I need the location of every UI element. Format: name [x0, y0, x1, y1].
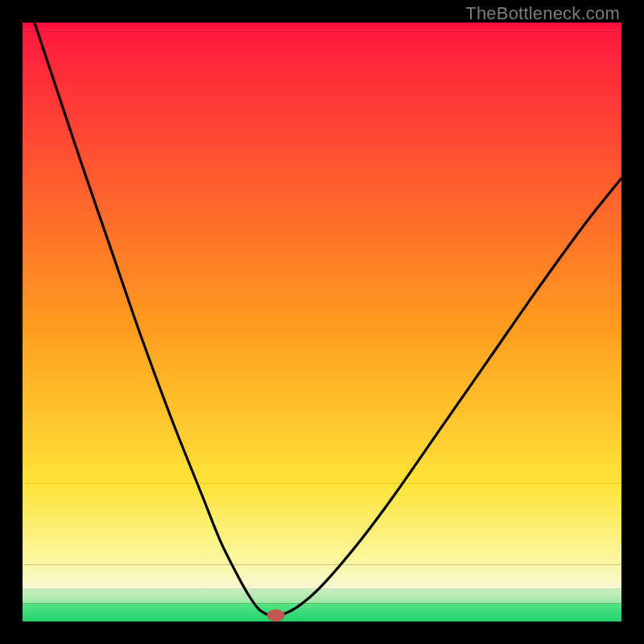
band-yellow-pale	[23, 484, 621, 564]
band-pale-green	[23, 588, 621, 604]
plot-frame	[23, 23, 621, 621]
band-orange-yellow	[23, 322, 621, 484]
background-bands	[23, 23, 621, 621]
bottleneck-chart	[23, 23, 621, 621]
marker-layer	[267, 609, 285, 621]
band-red-orange	[23, 31, 621, 322]
valley-marker	[267, 609, 285, 621]
band-green	[23, 604, 621, 621]
watermark-text: TheBottleneck.com	[465, 3, 620, 24]
